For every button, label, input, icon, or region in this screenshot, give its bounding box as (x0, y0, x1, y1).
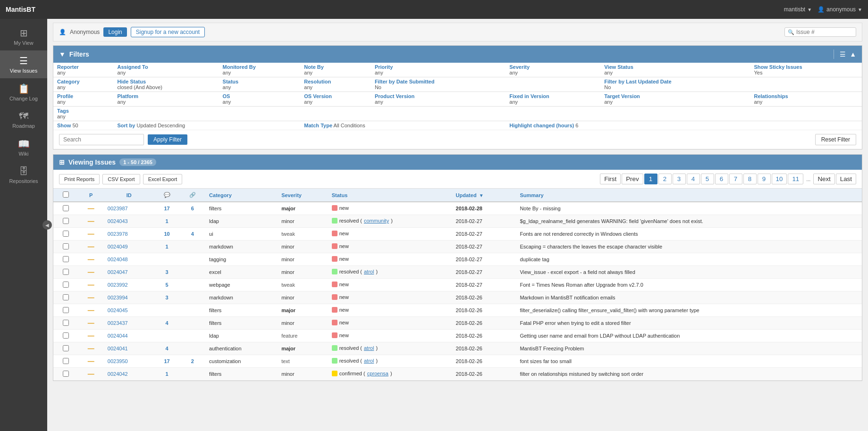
page-2-button[interactable]: 2 (658, 174, 672, 184)
row-checkbox[interactable] (63, 282, 69, 288)
page-11-button[interactable]: 11 (788, 174, 803, 184)
sidebar-item-viewissues[interactable]: ☰ View Issues (0, 50, 47, 78)
col-header-status[interactable]: Status (328, 189, 452, 202)
row-checkbox[interactable] (63, 332, 69, 339)
row-checkbox[interactable] (63, 256, 69, 262)
issue-search-input[interactable] (796, 29, 853, 35)
user-selector[interactable]: 👤 anonymous ▼ (817, 6, 862, 13)
select-all-checkbox[interactable] (63, 191, 69, 198)
page-3-button[interactable]: 3 (673, 174, 686, 184)
top-nav-right: mantisbt ▼ 👤 anonymous ▼ (784, 6, 862, 13)
next-page-button[interactable]: Next (813, 174, 834, 184)
excel-export-button[interactable]: Excel Export (143, 174, 183, 184)
row-checkbox[interactable] (63, 294, 69, 300)
filters-collapse-icon[interactable]: ▲ (850, 50, 856, 58)
csv-export-button[interactable]: CSV Export (102, 174, 140, 184)
issue-id-link[interactable]: 0023978 (108, 231, 128, 237)
row-checkbox[interactable] (63, 218, 69, 224)
apply-filter-button[interactable]: Apply Filter (148, 134, 187, 145)
page-9-button[interactable]: 9 (758, 174, 771, 184)
sidebar-item-label-roadmap: Roadmap (12, 123, 35, 129)
status-dot (332, 231, 337, 236)
issue-id-link[interactable]: 0024047 (108, 269, 128, 275)
category-cell: filters (205, 202, 278, 215)
last-page-button[interactable]: Last (836, 174, 856, 184)
issue-id-link[interactable]: 0024041 (108, 346, 128, 351)
col-header-id[interactable]: ID (104, 189, 154, 202)
assigned-to-label: Assigned To (118, 64, 148, 70)
issue-id-link[interactable]: 0024049 (108, 244, 128, 249)
row-checkbox[interactable] (63, 358, 69, 364)
col-header-summary[interactable]: Summary (516, 189, 862, 202)
login-button[interactable]: Login (103, 27, 126, 37)
user-name: anonymous (826, 6, 856, 13)
issue-id-link[interactable]: 0024048 (108, 257, 128, 262)
page-1-button[interactable]: 1 (644, 174, 657, 184)
sidebar-item-wiki[interactable]: 📖 Wiki (0, 133, 47, 161)
status-cell: resolved (community) (332, 218, 393, 224)
status-cell: resolved (atrol) (332, 269, 378, 274)
status-dot (332, 218, 337, 224)
page-7-button[interactable]: 7 (729, 174, 742, 184)
severity-cell: minor (281, 257, 295, 262)
issue-id-link[interactable]: 0023992 (108, 282, 128, 288)
issue-id-link[interactable]: 0023437 (108, 320, 128, 326)
project-selector[interactable]: mantisbt ▼ (784, 6, 812, 13)
row-checkbox[interactable] (63, 320, 69, 326)
page-5-button[interactable]: 5 (701, 174, 714, 184)
row-checkbox[interactable] (63, 371, 69, 377)
viewing-issues-icon: ⊞ (59, 158, 65, 166)
issue-id-link[interactable]: 0024042 (108, 371, 128, 377)
sidebar-item-repositories[interactable]: 🗄 Repositories (0, 161, 47, 189)
row-checkbox[interactable] (63, 243, 69, 249)
category-cell: markdown (205, 291, 278, 304)
issue-id-link[interactable]: 0024044 (108, 333, 128, 339)
sidebar-item-label-myview: My View (14, 40, 33, 46)
updated-cell: 2018-02-27 (456, 231, 482, 237)
page-8-button[interactable]: 8 (743, 174, 757, 184)
reset-filter-button[interactable]: Reset Filter (815, 134, 856, 145)
row-checkbox[interactable] (63, 345, 69, 351)
row-checkbox[interactable] (63, 307, 69, 313)
row-checkbox[interactable] (63, 231, 69, 237)
issue-id-link[interactable]: 0023987 (108, 206, 128, 211)
status-link[interactable]: atrol (364, 358, 374, 364)
page-6-button[interactable]: 6 (715, 174, 728, 184)
user-caret-icon: ▼ (858, 7, 862, 12)
status-link[interactable]: atrol (364, 345, 374, 351)
changelog-icon: 📋 (18, 83, 30, 94)
filter-search-input[interactable] (59, 134, 144, 145)
issue-id-link[interactable]: 0024043 (108, 218, 128, 224)
status-link[interactable]: atrol (364, 269, 374, 274)
page-10-button[interactable]: 10 (772, 174, 787, 184)
status-link[interactable]: cproensa (367, 371, 388, 376)
sidebar-collapse-button[interactable]: ◀ (42, 220, 52, 230)
filters-menu-icon[interactable]: ☰ (840, 50, 846, 58)
tags-label: Tags (57, 108, 69, 114)
updated-cell: 2018-02-26 (456, 307, 482, 313)
first-page-button[interactable]: First (600, 174, 621, 184)
table-row: —0024048taggingminornew2018-02-27duplica… (53, 253, 862, 266)
status-dot (332, 243, 337, 249)
page-4-button[interactable]: 4 (687, 174, 700, 184)
row-checkbox[interactable] (63, 269, 69, 275)
col-header-category[interactable]: Category (205, 189, 278, 202)
signup-button[interactable]: Signup for a new account (131, 27, 205, 37)
sidebar-item-roadmap[interactable]: 🗺 Roadmap (0, 106, 47, 133)
print-reports-button[interactable]: Print Reports (59, 174, 100, 184)
col-header-updated[interactable]: Updated ▼ (452, 189, 516, 202)
user-icon: 👤 (817, 6, 825, 13)
issue-id-link[interactable]: 0023950 (108, 358, 128, 364)
prev-page-button[interactable]: Prev (622, 174, 643, 184)
sidebar-item-myview[interactable]: ⊞ My View (0, 23, 47, 50)
col-header-severity[interactable]: Severity (278, 189, 328, 202)
sidebar-item-changelog[interactable]: 📋 Change Log (0, 78, 47, 106)
row-checkbox[interactable] (63, 205, 69, 211)
issue-id-link[interactable]: 0024045 (108, 307, 128, 313)
status-link[interactable]: community (364, 218, 389, 224)
table-row: —00240491markdownminornew2018-02-27Escap… (53, 240, 862, 253)
issue-id-link[interactable]: 0023994 (108, 295, 128, 300)
priority-indicator: — (88, 217, 94, 225)
table-row: —00240431ldapminorresolved (community)20… (53, 215, 862, 228)
anon-text: Anonymous (70, 29, 100, 35)
